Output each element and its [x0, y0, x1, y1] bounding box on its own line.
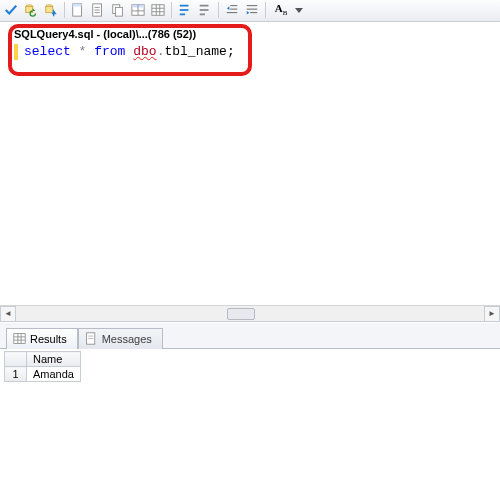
copy-icon[interactable]: [109, 1, 127, 19]
results-tabs: Results Messages: [0, 323, 500, 349]
scroll-left-icon[interactable]: ◄: [0, 306, 16, 322]
svg-rect-5: [73, 4, 82, 7]
svg-rect-16: [152, 5, 164, 16]
scroll-thumb[interactable]: [227, 308, 255, 320]
scroll-right-icon[interactable]: ►: [484, 306, 500, 322]
grid-icon: [13, 332, 26, 345]
tk-star: *: [71, 44, 94, 59]
sql-code-line[interactable]: select * from dbo.tbl_name;: [24, 44, 235, 59]
scroll-track[interactable]: [16, 307, 484, 321]
row-number: 1: [5, 367, 27, 382]
editor-gutter-marker: [14, 44, 18, 60]
db-change-icon[interactable]: [42, 1, 60, 19]
kw-from: from: [94, 44, 125, 59]
tab-label: Results: [30, 333, 67, 345]
horizontal-scrollbar[interactable]: ◄ ►: [0, 305, 500, 321]
font-size-icon[interactable]: AB: [270, 1, 292, 19]
tk-table: tbl_name: [164, 44, 226, 59]
page-icon[interactable]: [69, 1, 87, 19]
results-pane: Results Messages Name 1 Amanda: [0, 322, 500, 500]
svg-rect-34: [14, 334, 25, 344]
grid-icon[interactable]: [149, 1, 167, 19]
svg-rect-11: [115, 7, 122, 16]
editor-filename: SQLQuery4.sql - (local)\...(786 (52)): [14, 28, 196, 40]
toolbar-separator: [218, 2, 219, 18]
toolbar-separator: [171, 2, 172, 18]
execute-check-icon[interactable]: [2, 1, 20, 19]
header-row: Name: [5, 352, 81, 367]
svg-marker-33: [295, 8, 303, 13]
tab-results[interactable]: Results: [6, 328, 78, 349]
sql-editor[interactable]: SQLQuery4.sql - (local)\...(786 (52)) se…: [0, 22, 500, 322]
comment-icon[interactable]: [176, 1, 194, 19]
uncomment-icon[interactable]: [196, 1, 214, 19]
table-icon[interactable]: [129, 1, 147, 19]
table-row[interactable]: 1 Amanda: [5, 367, 81, 382]
corner-cell: [5, 352, 27, 367]
kw-select: select: [24, 44, 71, 59]
tk-schema: dbo: [133, 44, 156, 59]
results-grid[interactable]: Name 1 Amanda: [0, 349, 500, 384]
cell-value[interactable]: Amanda: [27, 367, 81, 382]
page-icon: [85, 332, 98, 345]
svg-rect-3: [46, 7, 53, 13]
indent-left-icon[interactable]: [223, 1, 241, 19]
toolbar: AB: [0, 0, 500, 22]
tab-label: Messages: [102, 333, 152, 345]
tab-messages[interactable]: Messages: [78, 328, 163, 349]
toolbar-separator: [64, 2, 65, 18]
page-script-icon[interactable]: [89, 1, 107, 19]
dropdown-icon[interactable]: [294, 1, 304, 19]
toolbar-separator: [265, 2, 266, 18]
column-header[interactable]: Name: [27, 352, 81, 367]
indent-right-icon[interactable]: [243, 1, 261, 19]
db-refresh-icon[interactable]: [22, 1, 40, 19]
